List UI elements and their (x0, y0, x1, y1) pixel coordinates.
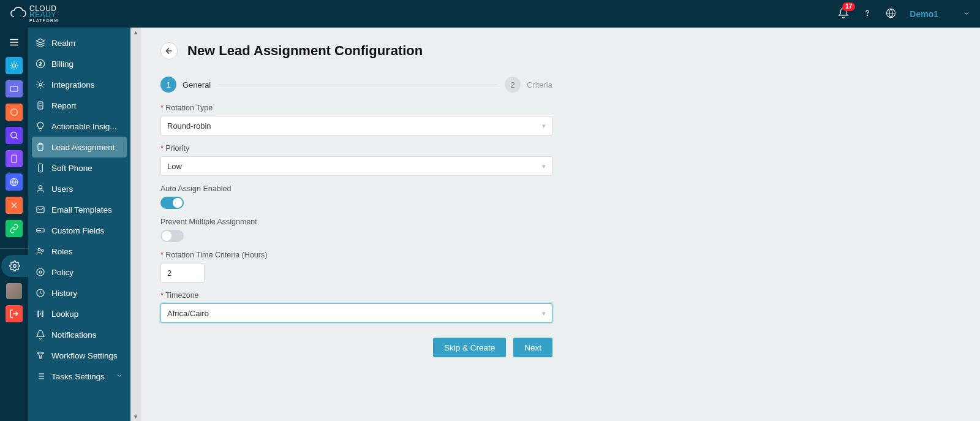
chevron-down-icon: ▾ (542, 309, 546, 317)
svg-point-25 (39, 186, 42, 189)
svg-line-10 (16, 137, 18, 139)
select-value: Africa/Cairo (167, 309, 209, 318)
select-value: Low (167, 162, 182, 171)
sidebar-item-workflow-settings[interactable]: Workflow Settings (28, 345, 130, 366)
back-button[interactable] (160, 42, 178, 59)
user-menu[interactable]: Demo1 (910, 9, 970, 19)
rail-logout[interactable] (6, 305, 23, 322)
rail-app-4[interactable] (6, 127, 23, 144)
priority-label: Priority (160, 144, 552, 153)
sidebar-item-lookup[interactable]: Lookup (28, 303, 130, 324)
sidebar-item-label: Actionable Insig... (51, 122, 117, 131)
next-button[interactable]: Next (513, 338, 552, 357)
rotation-type-select[interactable]: Round-robin ▾ (160, 116, 552, 135)
sidebar-item-label: Integrations (51, 80, 95, 89)
notification-badge: 17 (842, 2, 855, 11)
sidebar-item-realm[interactable]: Realm (28, 32, 130, 53)
svg-point-28 (37, 230, 38, 230)
priority-select[interactable]: Low ▾ (160, 156, 552, 176)
sidebar-item-notifications[interactable]: Notifications (28, 324, 130, 345)
sidebar-item-email-templates[interactable]: Email Templates (28, 199, 130, 220)
svg-point-9 (11, 132, 17, 138)
sidebar-item-label: Notifications (51, 330, 97, 339)
auto-assign-label: Auto Assign Enabled (160, 184, 552, 193)
rail-app-2[interactable] (6, 80, 23, 97)
svg-point-6 (12, 64, 15, 67)
svg-point-30 (40, 230, 40, 230)
sidebar-item-custom-fields[interactable]: Custom Fields (28, 220, 130, 241)
rotation-time-label: Rotation Time Criteria (Hours) (160, 251, 552, 259)
scroll-up-icon[interactable]: ▴ (134, 28, 137, 37)
sidebar-item-report[interactable]: Report (28, 95, 130, 116)
timezone-select[interactable]: Africa/Cairo ▾ (160, 303, 552, 323)
step-label: General (183, 80, 211, 89)
form-icon (36, 226, 45, 235)
rail-app-5[interactable] (6, 150, 23, 167)
rail-app-8[interactable] (6, 220, 23, 237)
icon-rail (0, 28, 28, 421)
svg-point-38 (40, 357, 42, 359)
step-criteria[interactable]: 2 Criteria (505, 77, 552, 93)
list-icon (36, 371, 45, 381)
sidebar-scrollbar[interactable]: ▴ ▾ (130, 28, 141, 421)
lookup-icon (36, 309, 45, 319)
sidebar-item-history[interactable]: History (28, 283, 130, 303)
sidebar-item-label: History (51, 289, 77, 298)
sidebar-item-policy[interactable]: Policy (28, 262, 130, 283)
brand-logo[interactable]: CLOUD READY PLATFORM (10, 5, 58, 23)
sidebar-item-label: Realm (51, 39, 75, 48)
prevent-multiple-toggle[interactable] (160, 230, 184, 242)
rail-app-3[interactable] (6, 104, 23, 121)
svg-point-8 (11, 109, 18, 116)
sidebar-item-insights[interactable]: Actionable Insig... (28, 116, 130, 137)
sidebar-item-softphone[interactable]: Soft Phone (28, 157, 130, 178)
sidebar-item-label: Report (51, 101, 77, 110)
bulb-icon (36, 121, 45, 131)
svg-rect-23 (39, 164, 43, 172)
config-form: Rotation Type Round-robin ▾ Priority Low… (160, 104, 552, 323)
step-connector (218, 85, 497, 85)
notifications-icon[interactable]: 17 (838, 7, 849, 20)
rail-avatar[interactable] (6, 283, 22, 299)
rail-app-1[interactable] (6, 57, 23, 74)
sidebar-item-label: Lookup (51, 309, 78, 319)
rail-app-7[interactable] (6, 197, 23, 214)
rail-app-6[interactable] (6, 173, 23, 191)
bell-icon (36, 330, 45, 339)
chevron-down-icon (116, 372, 123, 381)
auto-assign-toggle[interactable] (160, 197, 184, 209)
svg-point-34 (39, 271, 42, 273)
help-icon[interactable] (862, 8, 872, 20)
report-icon (36, 101, 45, 110)
page-title: New Lead Assignment Configuration (187, 43, 423, 59)
step-number: 2 (505, 77, 521, 93)
svg-rect-7 (10, 86, 18, 91)
svg-point-32 (42, 249, 43, 251)
svg-point-13 (13, 265, 17, 268)
history-icon (36, 288, 45, 298)
scroll-down-icon[interactable]: ▾ (134, 412, 137, 421)
svg-point-36 (37, 352, 39, 354)
chevron-down-icon: ▾ (542, 122, 546, 130)
sidebar-item-tasks-settings[interactable]: Tasks Settings (28, 366, 130, 387)
sidebar-item-users[interactable]: Users (28, 178, 130, 199)
sidebar-item-integrations[interactable]: Integrations (28, 74, 130, 95)
sidebar-item-roles[interactable]: Roles (28, 241, 130, 262)
mail-icon (36, 205, 45, 214)
hamburger-icon[interactable] (6, 34, 23, 51)
select-value: Round-robin (167, 121, 211, 131)
prevent-multiple-label: Prevent Multiple Assignment (160, 218, 552, 226)
sidebar-item-billing[interactable]: Billing (28, 53, 130, 74)
rail-settings[interactable] (1, 255, 28, 277)
step-general[interactable]: 1 General (160, 77, 211, 93)
globe-icon[interactable] (886, 8, 896, 20)
sidebar-item-label: Tasks Settings (51, 372, 105, 381)
step-number: 1 (160, 77, 176, 93)
rotation-time-input[interactable] (160, 263, 205, 283)
skip-create-button[interactable]: Skip & Create (433, 338, 506, 357)
sidebar-item-lead-assignment[interactable]: Lead Assignment (32, 137, 127, 157)
dollar-icon (36, 59, 45, 69)
main-content: New Lead Assignment Configuration 1 Gene… (141, 28, 980, 421)
svg-point-33 (37, 268, 44, 276)
sidebar-item-label: Custom Fields (51, 226, 104, 235)
